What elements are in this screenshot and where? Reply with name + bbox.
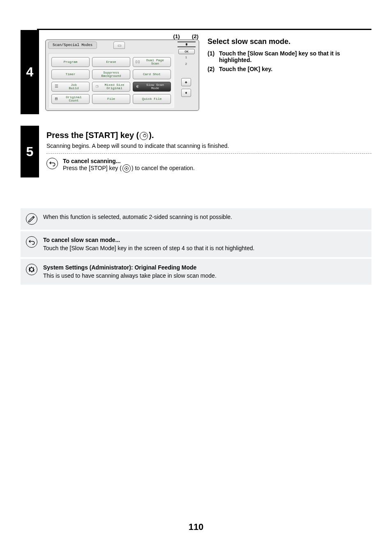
info1-text: When this function is selected, automati…: [43, 213, 232, 221]
book-icon: ▯▯: [135, 59, 141, 65]
mode-dual-page-scan[interactable]: ▯▯Dual Page Scan: [133, 57, 171, 67]
callout-labels: (1) (2): [45, 33, 199, 39]
ok-slider: [178, 42, 196, 46]
scroll-up-button[interactable]: ♠: [181, 78, 191, 86]
cancel-scanning-note: To cancel scanning... Press the [STOP] k…: [46, 158, 371, 173]
info-boxes: When this function is selected, automati…: [21, 208, 371, 285]
mode-card-shot[interactable]: Card Shot: [133, 69, 171, 79]
arrow-down-icon: ♦: [185, 91, 187, 95]
panel-tab[interactable]: ▭: [113, 41, 125, 49]
cancel-body: Press the [STOP] key () to cancel the op…: [63, 164, 195, 173]
gear-icon: [26, 264, 37, 275]
mode-original-count[interactable]: ▤Original Count: [51, 94, 90, 104]
info3-body: This is used to have scanning always tak…: [43, 272, 217, 280]
mode-suppress-background[interactable]: Suppress Background: [92, 69, 130, 79]
step4-list: (1)Touch the [Slow Scan Mode] key so tha…: [208, 50, 371, 72]
info-box-3: System Settings (Administrator): Origina…: [21, 259, 371, 285]
stop-key-icon: [122, 164, 131, 173]
list-text: Touch the [Slow Scan Mode] key so that i…: [219, 50, 371, 63]
mode-program[interactable]: Program: [51, 57, 90, 67]
special-modes-panel: Scan/Special Modes ▭ OK Program Erase ▯▯…: [45, 39, 199, 111]
step-4-row: 4 (1) (2) Scan/Special Modes ▭: [21, 30, 371, 114]
page-indicator-1: 1: [185, 55, 187, 60]
ok-line2: [178, 46, 196, 47]
cancel-title: To cancel scanning...: [63, 158, 195, 164]
pencil-icon: [26, 213, 37, 225]
tab-icon: ▭: [118, 43, 121, 48]
mode-slow-scan[interactable]: ◐Slow Scan Mode: [133, 82, 171, 92]
mode-erase[interactable]: Erase: [92, 57, 130, 67]
start-key-icon: [140, 132, 148, 140]
mode-job-build[interactable]: ☰Job Build: [51, 82, 90, 92]
step5-desc: Scanning begins. A beep will sound to in…: [46, 143, 334, 149]
panel-body: Program Erase ▯▯Dual Page Scan Timer Sup…: [48, 53, 174, 108]
mode-quick-file[interactable]: Quick File: [133, 94, 171, 104]
list-num: (1): [208, 50, 219, 63]
return-icon: [46, 158, 58, 169]
list-text: Touch the [OK] key.: [219, 66, 371, 72]
info-box-2: To cancel slow scan mode... Touch the [S…: [21, 231, 371, 257]
info3-title: System Settings (Administrator): Origina…: [43, 264, 217, 272]
stack-icon: ☰: [53, 84, 59, 90]
pages-icon: ❐: [94, 84, 100, 90]
panel-title: Scan/Special Modes: [48, 41, 97, 49]
info2-title: To cancel slow scan mode...: [43, 236, 254, 244]
ok-button[interactable]: OK: [178, 49, 195, 54]
doc-icon: ▤: [53, 96, 59, 102]
arrow-up-icon: ♠: [185, 80, 187, 85]
step5-title: Press the [START] key ().: [46, 131, 371, 140]
return-icon: [26, 236, 37, 248]
dashed-separator: [46, 153, 371, 154]
snail-icon: ◐: [135, 84, 141, 90]
step-5-row: 5 Press the [START] key (). Scanning beg…: [21, 126, 371, 177]
mode-mixed-size-original[interactable]: ❐Mixed Size Original: [92, 82, 130, 92]
mode-timer[interactable]: Timer: [51, 69, 90, 79]
step4-heading: Select slow scan mode.: [208, 37, 371, 46]
page-number: 110: [0, 522, 392, 532]
step-number-5: 5: [21, 126, 39, 177]
info-box-1: When this function is selected, automati…: [21, 208, 371, 230]
list-num: (2): [208, 66, 219, 72]
info2-body: Touch the [Slow Scan Mode] key in the sc…: [43, 244, 254, 253]
scroll-down-button[interactable]: ♦: [181, 89, 191, 97]
mode-file[interactable]: File: [92, 94, 130, 104]
page-indicator-2: 2: [185, 62, 187, 66]
step-number-4: 4: [21, 30, 39, 114]
